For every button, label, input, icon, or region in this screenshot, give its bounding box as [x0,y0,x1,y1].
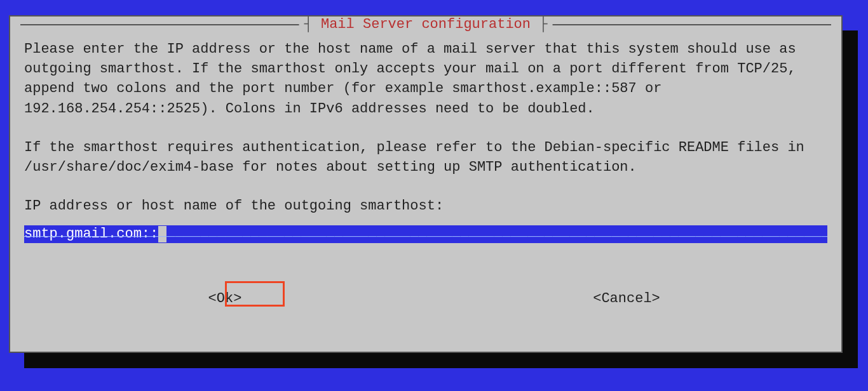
button-row: <Ok> <Cancel> [24,291,827,307]
smarthost-input[interactable]: smtp.gmail.com:: _______________________… [24,225,827,243]
cancel-button[interactable]: <Cancel> [592,291,661,307]
input-prompt: IP address or host name of the outgoing … [24,196,827,216]
instruction-paragraph-1: Please enter the IP address or the host … [24,39,827,119]
ok-button[interactable]: <Ok> [207,291,243,307]
input-underline: ________________________________________… [24,225,827,242]
instruction-paragraph-2: If the smarthost requires authentication… [24,138,827,177]
dialog-body: Please enter the IP address or the host … [24,39,827,243]
config-dialog: Mail Server configuration Please enter t… [9,15,843,353]
dialog-title: Mail Server configuration [299,17,553,32]
